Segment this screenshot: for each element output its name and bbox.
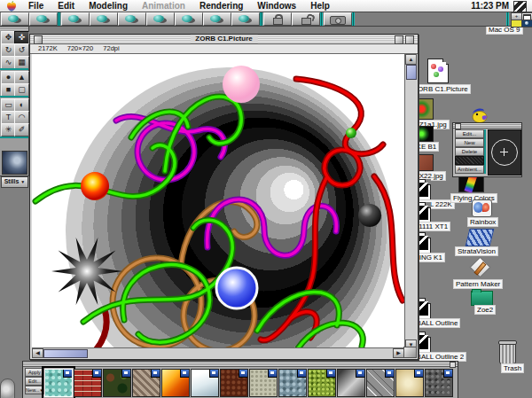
texture-swatch-sandstone[interactable] — [249, 369, 278, 397]
light-sphere-preview[interactable] — [488, 129, 521, 176]
active-app-icon[interactable] — [513, 1, 527, 12]
unlock-button[interactable] — [292, 12, 320, 26]
unlock-icon-body — [301, 18, 311, 25]
close-icon[interactable] — [455, 123, 461, 129]
edit-light-button[interactable]: Edit... — [455, 129, 484, 138]
rainbox-app-icon[interactable] — [472, 199, 492, 217]
lights-palette: Edit... New Delete Ambient... — [452, 122, 522, 177]
trash-icon[interactable] — [499, 342, 516, 364]
palette-drag-bar[interactable] — [23, 362, 458, 367]
icon-label[interactable]: Rainbox — [467, 217, 498, 227]
pattern-maker-app-icon[interactable] — [469, 258, 491, 277]
menu-rendering[interactable]: Rendering — [192, 0, 250, 12]
texture-swatch-scratched-metal[interactable] — [366, 369, 395, 397]
icon-label[interactable]: Zoe2 — [474, 305, 496, 315]
lock-icon-body — [273, 18, 283, 25]
menu-edit[interactable]: Edit — [51, 0, 82, 12]
rounded-cube-tool[interactable]: ▢ — [14, 83, 29, 97]
delete-light-button[interactable]: Delete — [455, 147, 484, 156]
menu-file[interactable]: File — [21, 0, 51, 12]
close-box[interactable] — [34, 35, 43, 44]
edit-texture-button[interactable]: Edit... — [25, 377, 44, 386]
twist-tool-button[interactable] — [118, 12, 146, 26]
vertex-edit-tool-button[interactable] — [90, 12, 118, 26]
rainbox-swirl — [482, 203, 489, 212]
zorb-picture-file-icon[interactable] — [427, 59, 449, 83]
menu-modeling[interactable]: Modeling — [82, 0, 135, 12]
icon-label[interactable]: Trash — [501, 363, 524, 373]
selected-light-item[interactable] — [455, 156, 484, 165]
menu-help[interactable]: Help — [303, 0, 337, 12]
close-icon[interactable] — [450, 362, 456, 368]
texture-swatch-parchment-swirl[interactable] — [395, 369, 424, 397]
palette-drag-bar[interactable] — [453, 123, 521, 129]
eyedropper-tool[interactable]: ✐ — [14, 123, 29, 137]
texture-bag-tool-button[interactable] — [203, 12, 231, 26]
render-mode-label: Stills — [4, 178, 20, 184]
new-light-button[interactable]: New — [455, 138, 484, 147]
lock-button[interactable] — [263, 12, 292, 26]
render-camera-button[interactable] — [324, 12, 352, 26]
texture-swatch-granite[interactable] — [425, 369, 453, 397]
move-tool[interactable]: ✜ — [14, 31, 29, 44]
zoe2-folder-icon[interactable] — [471, 291, 493, 306]
texture-swatch-ice[interactable] — [191, 369, 219, 397]
render-mode-dropdown[interactable]: Stills ▼ — [1, 176, 28, 188]
tool-glyph — [239, 15, 249, 22]
spin-tool[interactable]: ↺ — [14, 43, 29, 57]
shaded-sphere-tool[interactable]: ◐ — [14, 98, 29, 112]
texture-badge-icon — [268, 370, 277, 378]
apply-texture-button[interactable]: Apply — [25, 368, 44, 377]
vertical-scroll-thumb[interactable] — [406, 65, 417, 80]
texture-swatch-camouflage[interactable] — [103, 369, 131, 397]
window-title-bar[interactable]: ZORB C1.Picture — [30, 35, 418, 44]
apple-menu[interactable] — [0, 0, 21, 12]
texture-swatch-grass[interactable] — [308, 369, 336, 397]
reshape-tool-button[interactable] — [29, 12, 58, 26]
arc-tool[interactable]: ◠ — [14, 111, 29, 124]
camera-preview-thumbnail[interactable] — [2, 151, 27, 175]
texture-swatch-aqua-bump[interactable] — [44, 369, 73, 397]
eraser-tool-button[interactable] — [61, 12, 90, 26]
ambient-light-button[interactable]: Ambient... — [455, 165, 484, 174]
scroll-left-arrow[interactable]: ◀ — [32, 348, 43, 358]
zoom-box[interactable] — [395, 35, 403, 44]
collapse-box[interactable] — [405, 35, 414, 44]
palette-drag-bar[interactable] — [0, 27, 28, 30]
vertical-scrollbar[interactable]: ▲ ▼ — [404, 54, 417, 350]
texture-swatch-blue-stone[interactable] — [278, 369, 307, 397]
duck-icon[interactable] — [471, 107, 490, 123]
icon-label[interactable]: StrataVision — [455, 246, 498, 256]
texture-badge-icon — [63, 370, 72, 378]
texture-swatch-basket-weave[interactable] — [132, 369, 160, 397]
picture-canvas[interactable] — [32, 54, 404, 350]
new-texture-button[interactable]: New...▼ — [25, 386, 44, 394]
image-dimensions: 720×720 — [67, 44, 93, 52]
horizontal-scrollbar[interactable]: ◀ ▶ — [32, 347, 404, 358]
texture-swatch-steel[interactable] — [337, 369, 365, 397]
stratavision-app-icon[interactable] — [466, 229, 495, 246]
curve-tool-button[interactable] — [175, 12, 203, 26]
cone-tool[interactable]: ▲ — [14, 71, 29, 84]
icon-label[interactable]: Pattern Maker — [453, 279, 503, 289]
texture-swatch-brown-clay[interactable] — [220, 369, 248, 397]
horizontal-scroll-thumb[interactable] — [43, 349, 88, 358]
globe-tool-button[interactable] — [231, 12, 260, 26]
menu-bar: File Edit Modeling Animation Rendering W… — [0, 0, 532, 12]
menu-windows[interactable]: Windows — [250, 0, 303, 12]
wave-tool-button[interactable] — [146, 12, 175, 26]
palette-separator — [0, 137, 28, 138]
pink-sphere — [223, 66, 260, 103]
menu-clock: 11:23 PM — [471, 0, 509, 12]
texture-badge-icon — [180, 370, 189, 378]
crosshair-icon — [504, 148, 505, 156]
grow-box[interactable] — [403, 347, 417, 358]
icon-label[interactable]: ZORB C1.Picture — [411, 84, 471, 94]
preview-eye-button[interactable] — [521, 20, 532, 27]
texture-swatch-fire-marble[interactable] — [161, 369, 190, 397]
scroll-up-arrow[interactable]: ▲ — [405, 54, 417, 65]
toolbar-separator — [320, 12, 323, 26]
move-object-tool-button[interactable] — [1, 12, 29, 26]
marquee-tool[interactable]: ▦ — [14, 56, 29, 69]
texture-swatch-red-brick[interactable] — [74, 369, 102, 397]
